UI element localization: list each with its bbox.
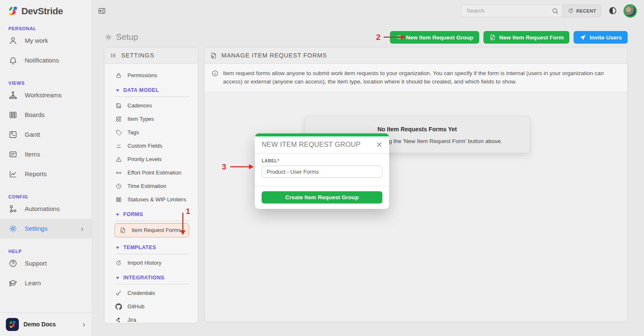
sidebar-item-label: My work xyxy=(25,36,48,45)
gantt-icon xyxy=(8,130,18,139)
settings-item-custom-fields[interactable]: Custom Fields xyxy=(104,139,198,153)
sidebar-item-label: Notifications xyxy=(25,56,59,65)
caret-down-icon xyxy=(116,89,119,92)
warning-triangle-icon xyxy=(115,156,122,163)
user-icon xyxy=(8,36,18,45)
main-panel-title: MANAGE ITEM REQUEST FORMS xyxy=(221,52,327,59)
sidebar-item-support[interactable]: Support xyxy=(0,254,92,273)
sidebar-item-items[interactable]: Items xyxy=(0,145,92,164)
sidebar-item-notifications[interactable]: Notifications xyxy=(0,51,92,70)
workstreams-icon xyxy=(8,91,18,100)
annotation-number-1: 1 xyxy=(186,207,190,216)
collapse-sidebar-button[interactable] xyxy=(98,7,106,15)
form-icon xyxy=(489,34,496,41)
annotation-arrow-down xyxy=(179,213,186,235)
tag-icon xyxy=(115,129,122,136)
search-box xyxy=(460,5,563,17)
sidebar-section-help: HELP xyxy=(8,249,92,254)
sidebar-section-personal: PERSONAL xyxy=(8,26,92,31)
annotation-arrow-right xyxy=(384,34,406,40)
settings-item-time-estimation[interactable]: Time Estimation xyxy=(104,180,198,193)
chevron-right-icon: › xyxy=(81,225,83,232)
settings-item-tags[interactable]: Tags xyxy=(104,126,198,139)
settings-item-label: Permissions xyxy=(127,72,157,79)
send-icon xyxy=(579,34,586,41)
settings-item-cadences[interactable]: Cadences xyxy=(104,99,198,112)
settings-item-label: Statuses & WIP Limiters xyxy=(127,196,186,203)
reports-icon xyxy=(8,169,18,179)
caret-down-icon xyxy=(116,213,119,216)
annotation-number-2: 2 xyxy=(376,33,381,42)
settings-item-item-request-forms[interactable]: Item Request Forms xyxy=(114,223,189,237)
modal-title: NEW ITEM REQUEST GROUP xyxy=(262,141,361,148)
settings-item-label: Priority Levels xyxy=(127,156,162,163)
dumbbell-icon xyxy=(115,169,122,176)
settings-item-item-types[interactable]: Item Types xyxy=(104,112,198,126)
modal-accent-bar xyxy=(255,133,389,136)
sidebar-item-label: Automations xyxy=(25,204,60,214)
calendar-clock-icon xyxy=(115,102,122,109)
close-icon xyxy=(376,141,383,148)
settings-item-effort-point-estimation[interactable]: Effort Point Estimation xyxy=(104,166,198,180)
workspace-switcher[interactable]: Demo Docs › xyxy=(0,312,92,336)
settings-item-credentials[interactable]: Credentials xyxy=(104,287,198,300)
settings-item-jira[interactable]: Jira xyxy=(104,313,198,323)
settings-group-label: INTEGRATIONS xyxy=(123,275,164,281)
sidebar-item-workstreams[interactable]: Workstreams xyxy=(0,86,92,105)
settings-group-label: FORMS xyxy=(123,211,143,217)
info-text: Item request forms allow anyone to submi… xyxy=(223,69,620,86)
settings-group-data-model[interactable]: DATA MODEL xyxy=(104,82,198,96)
history-icon xyxy=(115,260,122,266)
sidebar-item-label: Workstreams xyxy=(25,91,62,100)
button-label: New Item Request Group xyxy=(406,34,473,41)
sidebar-section-config: CONFIG xyxy=(8,194,92,199)
caret-down-icon xyxy=(116,246,119,250)
gear-icon xyxy=(104,33,112,41)
new-item-request-form-button[interactable]: New Item Request Form xyxy=(483,31,570,44)
divider xyxy=(115,221,190,221)
sidebar: DevStride PERSONAL My work Notifications… xyxy=(0,0,92,336)
settings-item-import-history[interactable]: Import History xyxy=(104,256,198,270)
sidebar-item-automations[interactable]: Automations xyxy=(0,199,92,219)
sidebar-item-settings[interactable]: Settings › xyxy=(0,219,92,239)
search-icon xyxy=(551,7,559,15)
settings-panel-header: SETTINGS xyxy=(104,47,198,64)
sidebar-item-label: Settings xyxy=(25,224,47,233)
brand-logo: DevStride xyxy=(0,0,92,17)
sidebar-item-my-work[interactable]: My work xyxy=(0,31,92,51)
clock-icon xyxy=(115,183,122,190)
settings-item-label: Credentials xyxy=(127,290,155,297)
theme-toggle-button[interactable] xyxy=(608,6,617,15)
divider xyxy=(115,96,190,97)
label-field-caption: LABEL* xyxy=(262,158,382,163)
settings-item-permissions[interactable]: Permissions xyxy=(104,69,198,82)
sidebar-item-learn[interactable]: Learn xyxy=(0,273,92,293)
search-input[interactable] xyxy=(462,8,551,14)
settings-group-integrations[interactable]: INTEGRATIONS xyxy=(104,270,198,283)
recent-button[interactable]: RECENT xyxy=(563,5,601,17)
label-input[interactable] xyxy=(262,166,382,178)
sidebar-item-reports[interactable]: Reports xyxy=(0,164,92,184)
settings-item-github[interactable]: GitHub xyxy=(104,300,198,313)
settings-item-priority-levels[interactable]: Priority Levels xyxy=(104,153,198,166)
create-item-request-group-button[interactable]: Create Item Request Group xyxy=(262,191,382,203)
automations-icon xyxy=(8,204,18,214)
settings-item-label: Tags xyxy=(127,129,139,136)
columns-icon xyxy=(115,196,122,203)
sidebar-item-gantt[interactable]: Gantt xyxy=(0,125,92,145)
recent-label: RECENT xyxy=(576,8,596,13)
sidebar-item-boards[interactable]: Boards xyxy=(0,105,92,125)
settings-item-statuses-wip[interactable]: Statuses & WIP Limiters xyxy=(104,193,198,206)
form-icon xyxy=(210,52,217,59)
key-icon xyxy=(115,290,122,297)
sidebar-item-label: Learn xyxy=(25,279,41,288)
settings-item-label: Import History xyxy=(127,260,161,266)
settings-panel: SETTINGS Permissions DATA MODEL Cadences… xyxy=(104,47,198,323)
user-avatar[interactable] xyxy=(623,4,637,18)
main-panel-header: MANAGE ITEM REQUEST FORMS xyxy=(205,47,627,64)
divider xyxy=(115,254,190,254)
new-item-request-group-modal: NEW ITEM REQUEST GROUP LABEL* Create Ite… xyxy=(255,133,389,209)
settings-group-templates[interactable]: TEMPLATES xyxy=(104,240,198,253)
invite-users-button[interactable]: Invite Users xyxy=(574,31,628,44)
close-button[interactable] xyxy=(376,141,383,148)
